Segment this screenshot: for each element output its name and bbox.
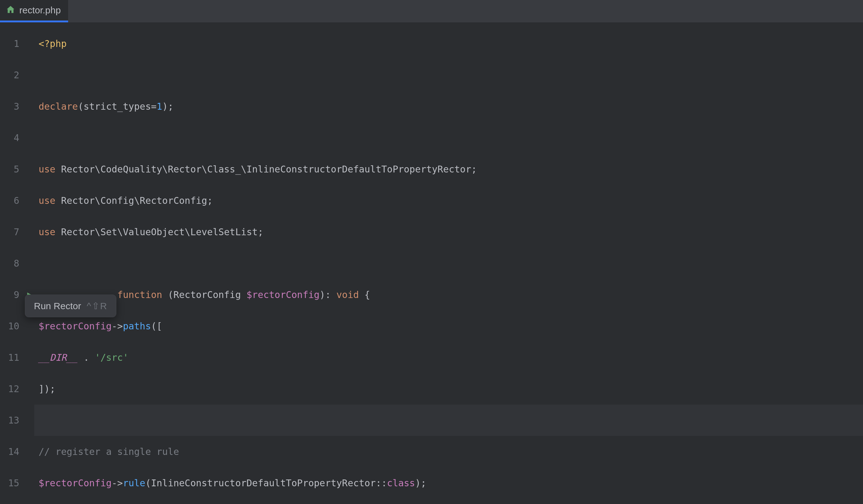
code-line-10[interactable]: $rectorConfig->paths([ <box>34 310 863 342</box>
kw-use: use <box>39 195 55 206</box>
php-open-tag: <?php <box>39 38 66 49</box>
var-rectorconfig: $rectorConfig <box>246 289 320 300</box>
line-number[interactable]: 14 <box>0 436 34 467</box>
code-line-13[interactable] <box>34 404 863 436</box>
namespace: Rector\CodeQuality\Rector\Class_\InlineC… <box>61 164 471 175</box>
code-line-14[interactable]: // register a single rule <box>34 436 863 467</box>
code-line-1[interactable]: <?php <box>34 28 863 59</box>
gutter: 1 2 3 4 5 6 7 8 9 10 11 12 13 14 15 16 <box>0 22 34 504</box>
namespace: Rector\Set\ValueObject\LevelSetList <box>61 227 258 237</box>
code-line-7[interactable]: use Rector\Set\ValueObject\LevelSetList; <box>34 216 863 248</box>
code-line-3[interactable]: declare(strict_types=1); <box>34 91 863 122</box>
kw-function: function <box>117 289 162 300</box>
line-number[interactable]: 3 <box>0 91 34 122</box>
return-void: void <box>336 289 359 300</box>
call-rule: rule <box>123 478 145 489</box>
line-number[interactable]: 15 <box>0 467 34 499</box>
code-line-12[interactable]: ]); <box>34 373 863 404</box>
line-number[interactable]: 16 <box>0 499 34 504</box>
code-line-8[interactable] <box>34 248 863 279</box>
code-line-6[interactable]: use Rector\Config\RectorConfig; <box>34 185 863 216</box>
const-dir: __DIR__ <box>39 352 78 363</box>
run-rector-tooltip[interactable]: Run Rector ^⇧R <box>25 295 116 317</box>
string-src: '/src' <box>95 352 128 363</box>
line-number[interactable]: 13 <box>0 404 34 436</box>
line-number[interactable]: 12 <box>0 373 34 404</box>
code-line-2[interactable] <box>34 59 863 91</box>
close-array: ]); <box>39 384 55 394</box>
type-rectorconfig: RectorConfig <box>174 289 241 300</box>
code-line-11[interactable]: __DIR__ . '/src' <box>34 342 863 373</box>
class-name: InlineConstructorDefaultToPropertyRector <box>151 478 375 489</box>
var-rectorconfig: $rectorConfig <box>39 321 112 332</box>
equals: = <box>151 101 157 112</box>
line-number[interactable]: 11 <box>0 342 34 373</box>
line-number[interactable]: 5 <box>0 154 34 185</box>
tooltip-shortcut: ^⇧R <box>87 300 108 311</box>
line-number[interactable]: 8 <box>0 248 34 279</box>
open-paren: ( <box>78 101 83 112</box>
line-number-text: 9 <box>14 289 19 300</box>
var-rectorconfig: $rectorConfig <box>39 478 112 489</box>
semicolon: ; <box>258 227 263 237</box>
line-number[interactable]: 2 <box>0 59 34 91</box>
semicolon: ; <box>207 195 213 206</box>
code-line-5[interactable]: use Rector\CodeQuality\Rector\Class_\Inl… <box>34 154 863 185</box>
home-icon <box>5 5 15 16</box>
editor: 1 2 3 4 5 6 7 8 9 10 11 12 13 14 15 16 <… <box>0 22 863 504</box>
code-line-15[interactable]: $rectorConfig->rule(InlineConstructorDef… <box>34 467 863 499</box>
editor-tab-rector-php[interactable]: rector.php <box>0 0 68 22</box>
num-1: 1 <box>157 101 162 112</box>
code-area[interactable]: <?php declare(strict_types=1); use Recto… <box>34 22 863 504</box>
tab-filename: rector.php <box>19 5 61 15</box>
class-keyword: class <box>387 478 415 489</box>
line-number[interactable]: 7 <box>0 216 34 248</box>
code-line-4[interactable] <box>34 122 863 154</box>
tooltip-label: Run Rector <box>34 301 81 311</box>
kw-use: use <box>39 227 55 237</box>
kw-use: use <box>39 164 55 175</box>
semicolon: ; <box>471 164 477 175</box>
line-number[interactable]: 6 <box>0 185 34 216</box>
close-paren-semi: ); <box>162 101 173 112</box>
call-paths: paths <box>123 321 151 332</box>
ident-strict-types: strict_types <box>84 101 151 112</box>
comment: // register a single rule <box>39 446 179 457</box>
code-line-9[interactable]: return static function (RectorConfig $re… <box>34 279 863 310</box>
kw-declare: declare <box>39 101 78 112</box>
tab-bar: rector.php <box>0 0 863 22</box>
namespace: Rector\Config\RectorConfig <box>61 195 207 206</box>
line-number[interactable]: 1 <box>0 28 34 59</box>
line-number[interactable]: 4 <box>0 122 34 154</box>
